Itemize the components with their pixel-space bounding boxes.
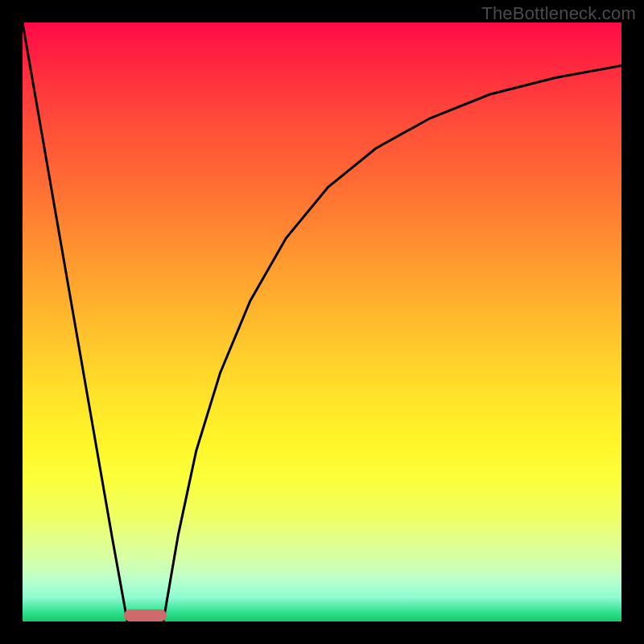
curve-left-approach	[23, 23, 127, 621]
chart-frame: TheBottleneck.com	[0, 0, 644, 644]
frame-border-right	[621, 0, 644, 644]
frame-border-left	[0, 0, 23, 644]
attribution-text: TheBottleneck.com	[481, 3, 636, 24]
curve-layer	[23, 23, 621, 621]
minimum-marker	[124, 609, 166, 621]
frame-border-bottom	[0, 621, 644, 644]
curve-right	[163, 66, 621, 621]
